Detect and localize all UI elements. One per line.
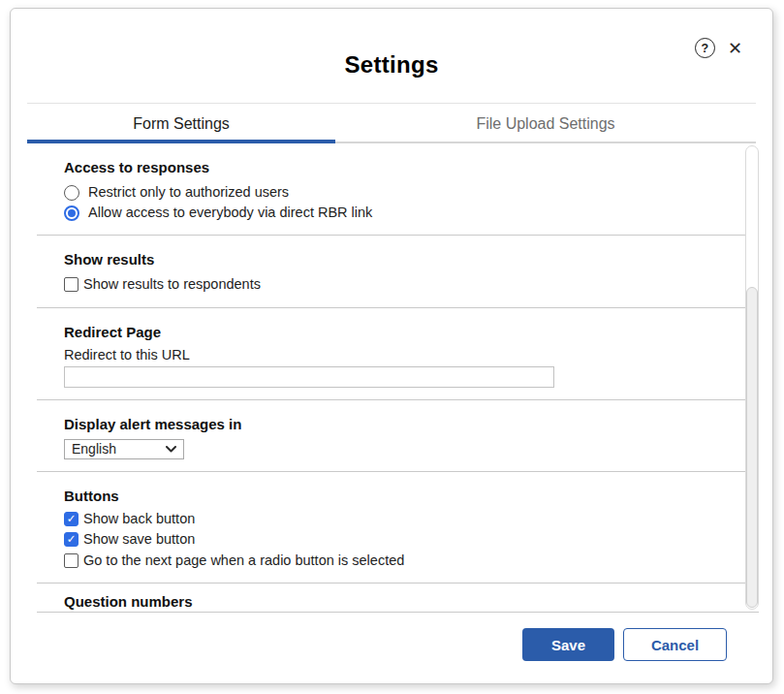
redirect-url-label: Redirect to this URL — [64, 347, 726, 363]
alert-language-selected-value: English — [72, 441, 116, 457]
section-heading: Show results — [64, 251, 726, 268]
alert-language-select[interactable]: English — [64, 439, 184, 459]
dialog-footer: Save Cancel — [11, 613, 772, 661]
checkbox-show-results-to-respondents[interactable]: ✓ Show results to respondents — [64, 274, 726, 296]
section-display-alert-messages: Display alert messages in English — [37, 400, 745, 472]
section-heading: Buttons — [64, 488, 726, 504]
settings-body: Access to responses Restrict only to aut… — [37, 143, 759, 613]
dialog-header: Settings ? ✕ — [11, 9, 772, 103]
tab-file-upload-settings-label: File Upload Settings — [476, 115, 614, 133]
tab-file-upload-settings[interactable]: File Upload Settings — [335, 104, 756, 143]
section-access-to-responses: Access to responses Restrict only to aut… — [37, 143, 745, 236]
section-heading: Question numbers — [64, 593, 726, 610]
radio-icon[interactable] — [64, 185, 79, 201]
radio-dot — [68, 189, 76, 197]
settings-scroll-area: Access to responses Restrict only to aut… — [37, 143, 745, 612]
checkbox-label: Go to the next page when a radio button … — [83, 551, 404, 572]
radio-label: Allow access to everybody via direct RBR… — [88, 203, 372, 223]
scrollbar-thumb[interactable] — [746, 287, 758, 608]
checkbox-next-page-on-radio-select[interactable]: ✓ Go to the next page when a radio butto… — [64, 551, 726, 572]
cancel-button[interactable]: Cancel — [623, 628, 727, 661]
scrollbar[interactable] — [745, 145, 759, 610]
section-heading: Access to responses — [64, 159, 726, 175]
checkbox-show-back-button[interactable]: ✓ Show back button — [64, 509, 726, 530]
section-redirect-page: Redirect Page Redirect to this URL — [37, 308, 745, 400]
chevron-down-icon — [166, 446, 176, 453]
help-icon[interactable]: ? — [695, 38, 715, 58]
page-title: Settings — [11, 9, 772, 79]
checkbox-label: Show save button — [83, 529, 195, 551]
section-show-results: Show results ✓ Show results to responden… — [37, 236, 745, 308]
checkbox-icon[interactable]: ✓ — [64, 512, 78, 526]
tab-form-settings[interactable]: Form Settings — [27, 104, 335, 143]
radio-label: Restrict only to authorized users — [88, 182, 289, 203]
checkbox-icon[interactable]: ✓ — [64, 277, 78, 292]
section-heading: Display alert messages in — [64, 416, 726, 432]
checkbox-label: Show back button — [83, 509, 195, 530]
section-question-numbers: Question numbers — [37, 584, 745, 612]
settings-dialog: Settings ? ✕ Form Settings File Upload S… — [10, 8, 773, 684]
radio-dot — [68, 209, 76, 217]
section-heading: Redirect Page — [64, 324, 726, 340]
tab-form-settings-label: Form Settings — [133, 115, 230, 133]
checkbox-icon[interactable]: ✓ — [64, 532, 78, 547]
tab-bar: Form Settings File Upload Settings — [27, 103, 756, 143]
checkbox-show-save-button[interactable]: ✓ Show save button — [64, 529, 726, 551]
checkmark-icon: ✓ — [67, 514, 77, 525]
header-icons: ? ✕ — [695, 38, 742, 58]
checkbox-icon[interactable]: ✓ — [64, 553, 78, 568]
radio-allow-everybody-rbr-link[interactable]: Allow access to everybody via direct RBR… — [64, 203, 726, 223]
radio-icon[interactable] — [64, 205, 79, 221]
checkbox-label: Show results to respondents — [83, 274, 261, 296]
close-icon[interactable]: ✕ — [728, 40, 742, 57]
checkmark-icon: ✓ — [67, 534, 77, 546]
radio-restrict-authorized-users[interactable]: Restrict only to authorized users — [64, 182, 726, 203]
redirect-url-input[interactable] — [64, 366, 554, 388]
save-button[interactable]: Save — [522, 628, 614, 661]
section-buttons: Buttons ✓ Show back button ✓ Show save b… — [37, 472, 745, 584]
